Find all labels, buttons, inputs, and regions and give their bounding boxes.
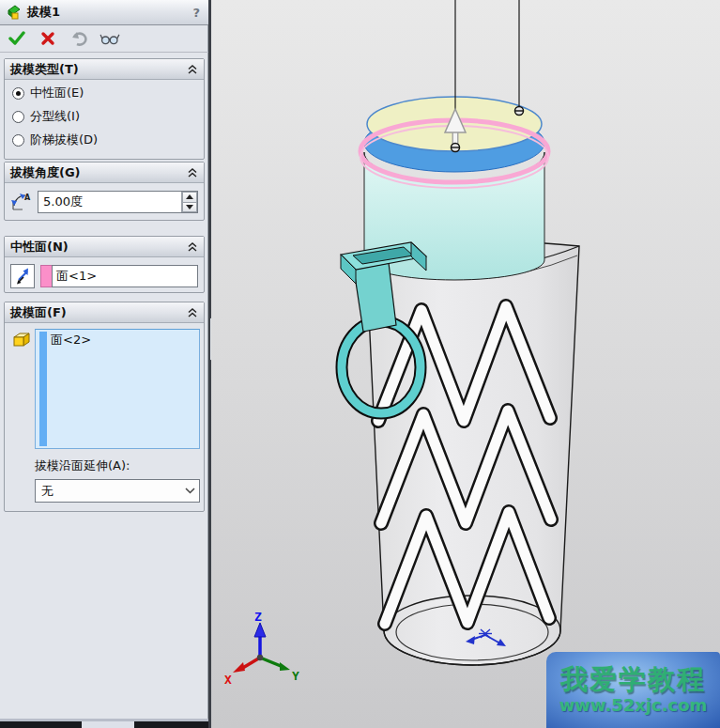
neutral-plane-group-header[interactable]: 中性面(N) <box>5 237 204 257</box>
ok-button[interactable] <box>7 29 27 48</box>
draft-faces-group-header[interactable]: 拔模面(F) <box>5 302 204 323</box>
draft-angle-group: 拔模角度(G) A 5.00度 <box>4 162 205 221</box>
undo-button[interactable] <box>69 29 89 48</box>
preview-button[interactable] <box>100 29 120 48</box>
face-cube-icon <box>11 331 30 353</box>
y-axis-arrow <box>280 662 290 671</box>
x-axis-label: X <box>224 673 232 687</box>
svg-text:A: A <box>24 194 31 202</box>
panel-horizontal-scrollbar[interactable] <box>0 721 208 728</box>
draft-angle-row: A 5.00度 <box>5 183 204 213</box>
triangle-up-icon <box>186 194 193 199</box>
draft-type-group: 拔模类型(T) 中性面(E) 分型线(I) 阶梯拔模(D) <box>4 58 205 160</box>
neutral-plane-field[interactable]: 面<1> <box>52 265 198 287</box>
radio-dot[interactable] <box>12 134 24 147</box>
angle-icon: A <box>10 192 31 212</box>
neutral-plane-row: 面<1> <box>5 257 204 288</box>
feature-title: 拔模1 <box>27 4 190 21</box>
callout-handle <box>452 144 460 152</box>
face-propagation-label: 拔模沿面延伸(A): <box>35 457 130 474</box>
radio-parting-line[interactable]: 分型线(I) <box>5 103 204 127</box>
draft-faces-group: 拔模面(F) 面<2> <box>4 302 205 512</box>
listbox-selection-strip[interactable] <box>39 332 47 446</box>
draft-feature-icon <box>6 4 23 21</box>
neutral-plane-group: 中性面(N) 面<1> <box>4 236 205 293</box>
reference-triad: Z X Y <box>224 610 299 687</box>
radio-dot[interactable] <box>12 87 24 100</box>
cancel-x-icon <box>40 31 55 46</box>
feature-titlebar: 拔模1 ? <box>0 0 208 25</box>
reverse-direction-button[interactable] <box>10 264 35 288</box>
radio-step-draft[interactable]: 阶梯拔模(D) <box>5 127 204 150</box>
draft-type-group-header[interactable]: 拔模类型(T) <box>5 59 204 80</box>
callout-handle <box>515 107 524 116</box>
spin-down-button[interactable] <box>182 202 197 213</box>
watermark-url: www.52xjc.com <box>559 695 708 715</box>
model-scene: Z X Y <box>211 0 720 728</box>
property-manager-panel: 拔模1 ? <box>0 0 208 728</box>
chevron-down-icon <box>180 488 199 494</box>
face-list-item[interactable]: 面<2> <box>51 332 197 349</box>
collapse-chevron-icon <box>187 308 198 318</box>
y-axis-label: Y <box>292 669 299 683</box>
face-propagation-dropdown[interactable]: 无 <box>35 479 200 503</box>
cancel-button[interactable] <box>38 29 58 48</box>
reverse-direction-icon <box>13 267 32 286</box>
watermark-banner: 我爱学教程 www.52xjc.com <box>546 652 720 728</box>
undo-icon <box>69 31 88 46</box>
radio-dot[interactable] <box>12 111 24 123</box>
radio-neutral-plane[interactable]: 中性面(E) <box>5 80 204 103</box>
draft-angle-input[interactable]: 5.00度 <box>38 191 198 213</box>
check-icon <box>8 31 25 46</box>
glasses-icon <box>100 31 120 46</box>
solidworks-window: 拔模1 ? <box>0 0 720 728</box>
collapse-chevron-icon <box>187 242 198 252</box>
draft-faces-body: 面<2> 拔模沿面延伸(A): 无 <box>5 323 204 510</box>
z-axis-arrow <box>254 623 266 637</box>
graphics-viewport[interactable]: Z X Y <box>211 0 720 728</box>
scrollbar-thumb[interactable] <box>82 721 134 728</box>
draft-faces-listbox[interactable]: 面<2> <box>35 329 200 449</box>
neutral-face-color-swatch <box>40 265 52 287</box>
watermark-title: 我爱学教程 <box>560 665 706 695</box>
help-button[interactable]: ? <box>190 6 203 20</box>
triangle-down-icon <box>186 205 193 209</box>
property-manager-toolbar <box>0 25 208 53</box>
collapse-chevron-icon <box>187 65 198 74</box>
spin-up-button[interactable] <box>182 192 197 202</box>
angle-spinner <box>181 192 197 212</box>
x-axis-arrow <box>233 662 245 673</box>
collapse-chevron-icon <box>187 168 198 178</box>
draft-angle-group-header[interactable]: 拔模角度(G) <box>5 163 204 183</box>
z-axis-label: Z <box>254 610 262 624</box>
